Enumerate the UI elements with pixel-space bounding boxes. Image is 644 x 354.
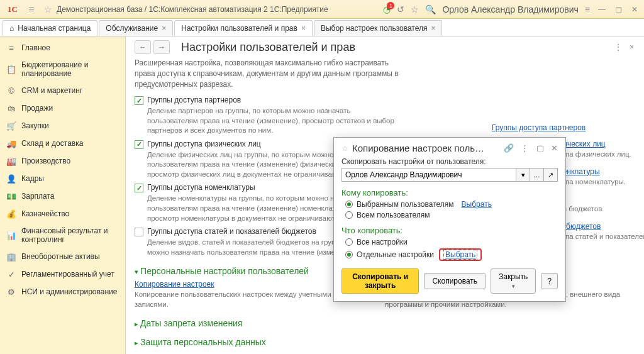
copy-close-button[interactable]: Скопировать и закрыть (341, 268, 419, 294)
search-icon[interactable]: 🔍 (425, 4, 436, 14)
section-dates[interactable]: Даты запрета изменения (135, 318, 635, 328)
close-icon[interactable]: × (162, 24, 166, 33)
sidebar-label: Склад и доставка (21, 139, 83, 148)
tab-label: Обслуживание (106, 24, 158, 33)
favorite-icon[interactable]: ☆ (411, 4, 419, 14)
checkbox[interactable]: ✓ (135, 184, 143, 192)
tab-label: Выбор настроек пользователя (321, 24, 428, 33)
more-icon[interactable]: ⋮ (521, 143, 529, 153)
sidebar-label: Кадры (21, 174, 44, 183)
row-label: Группы доступа партнеров (147, 96, 241, 104)
sidebar-item-3[interactable]: 🛍Продажи (0, 99, 125, 117)
select-users-link[interactable]: Выбрать (462, 200, 492, 209)
star-icon[interactable]: ☆ (341, 144, 348, 153)
sidebar-icon: 🛒 (6, 121, 16, 131)
checkbox[interactable]: ✓ (135, 228, 143, 236)
window-title: Демонстрационная база / 1С:Комплексная а… (54, 5, 383, 14)
sidebar-icon: 📋 (6, 64, 16, 74)
radio-selected-settings[interactable] (345, 251, 353, 258)
close-icon[interactable]: ✕ (629, 5, 640, 14)
radio-selected-users[interactable] (345, 201, 353, 208)
radio-all-settings[interactable] (345, 238, 353, 246)
radio-label: Все настройки (357, 238, 408, 246)
sidebar-item-12[interactable]: ✓Регламентированный учет (0, 265, 125, 283)
sidebar-icon: 💵 (6, 191, 16, 201)
dialog-title: Копирование настроек поль… (352, 143, 495, 153)
copy-settings-dialog: ☆ Копирование настроек поль… 🔗 ⋮ ▢ ✕ Ско… (333, 137, 566, 302)
more-icon[interactable]: ⋮ (614, 43, 622, 52)
tab-select-settings[interactable]: Выбор настроек пользователя × (314, 20, 443, 36)
sidebar-item-7[interactable]: 👤Кадры (0, 170, 125, 187)
content-area: ← → Настройки пользователей и прав ⋮ × Р… (126, 36, 644, 354)
maximize-icon[interactable]: ▢ (536, 143, 544, 153)
sidebar-icon: 🛍 (6, 103, 16, 113)
select-settings-link[interactable]: Выбрать (443, 250, 477, 260)
close-icon[interactable]: ✕ (551, 143, 558, 153)
titlebar-actions: ◔ ↺ ☆ 🔍 Орлов Александр Владимирович ≡ (383, 4, 590, 14)
row-desc: Деление партнеров на группы, по которым … (147, 106, 399, 136)
menu-icon[interactable]: ≡ (24, 4, 39, 15)
sidebar-item-9[interactable]: 💰Казначейство (0, 205, 125, 223)
forward-button[interactable]: → (153, 40, 170, 54)
sidebar-item-8[interactable]: 💵Зарплата (0, 187, 125, 205)
back-button[interactable]: ← (135, 40, 151, 54)
tab-home[interactable]: ⌂ Начальная страница (3, 20, 97, 36)
row-label: Группы доступа номенклатуры (147, 183, 255, 192)
copy-button[interactable]: Скопировать (424, 273, 486, 289)
page-intro: Расширенная настройка, позволяющая макси… (135, 58, 399, 89)
history-icon[interactable]: ↺ (397, 4, 404, 14)
close-page-icon[interactable]: × (630, 43, 634, 52)
dropdown-button[interactable]: ▾ (516, 168, 530, 182)
star-icon[interactable]: ☆ (42, 4, 54, 14)
right-link[interactable]: Группы доступа партнеров (492, 123, 586, 132)
sidebar-item-1[interactable]: 📋Бюджетирование и планирование (0, 57, 125, 82)
tab-label: Настройки пользователей и прав (181, 24, 297, 33)
sidebar-icon: 📊 (6, 230, 16, 240)
radio-all-users[interactable] (345, 211, 353, 219)
tab-label: Начальная страница (18, 24, 91, 33)
sidebar-item-0[interactable]: ≡Главное (0, 39, 125, 57)
sidebar-item-5[interactable]: 🚚Склад и доставка (0, 135, 125, 152)
bell-icon[interactable]: ◔ (383, 4, 391, 14)
sidebar-label: Главное (21, 43, 50, 52)
close-icon[interactable]: × (301, 24, 306, 33)
select-settings-highlight: Выбрать (439, 248, 482, 261)
maximize-icon[interactable]: ▢ (613, 5, 624, 14)
page-actions: ⋮ × (614, 43, 634, 52)
titlebar: 1С ≡ ☆ Демонстрационная база / 1С:Компле… (0, 0, 644, 19)
minimize-icon[interactable]: — (596, 5, 608, 14)
sidebar-item-11[interactable]: 🏢Внеоборотные активы (0, 248, 125, 265)
sidebar: ≡Главное📋Бюджетирование и планирование©C… (0, 36, 126, 354)
checkbox[interactable]: ✓ (135, 96, 143, 105)
sidebar-item-4[interactable]: 🛒Закупки (0, 117, 125, 135)
sidebar-icon: ⚙ (6, 287, 16, 297)
checkbox[interactable]: ✓ (135, 140, 143, 149)
radio-label: Всем пользователям (357, 211, 430, 219)
sidebar-item-2[interactable]: ©CRM и маркетинг (0, 82, 125, 99)
from-user-input[interactable] (341, 168, 516, 182)
sidebar-item-13[interactable]: ⚙НСИ и администрирование (0, 283, 125, 301)
tab-service[interactable]: Обслуживание × (99, 20, 173, 36)
sidebar-item-10[interactable]: 📊Финансовый результат и контроллинг (0, 223, 125, 248)
radio-label: Выбранным пользователям (357, 200, 454, 209)
ellipsis-button[interactable]: … (530, 168, 544, 182)
link-icon[interactable]: 🔗 (504, 143, 514, 153)
sidebar-icon: ≡ (6, 43, 16, 53)
sidebar-icon: 🚚 (6, 138, 16, 148)
close-icon[interactable]: × (431, 24, 435, 33)
page-toolbar: ← → Настройки пользователей и прав (135, 40, 635, 54)
tab-user-settings[interactable]: Настройки пользователей и прав × (174, 20, 313, 36)
copy-settings-link[interactable]: Копирование настроек (135, 280, 214, 289)
current-user[interactable]: Орлов Александр Владимирович (442, 4, 578, 14)
open-button[interactable]: ↗ (544, 168, 558, 182)
row-label: Группы доступа физических лиц (147, 140, 261, 148)
sidebar-label: Финансовый результат и контроллинг (21, 226, 119, 244)
tabbar: ⌂ Начальная страница Обслуживание × Наст… (0, 19, 644, 36)
sidebar-label: Бюджетирование и планирование (21, 60, 119, 78)
help-button[interactable]: ? (541, 273, 558, 289)
sidebar-item-6[interactable]: 🏭Производство (0, 152, 125, 170)
user-menu-icon[interactable]: ≡ (585, 4, 590, 14)
sidebar-label: Производство (21, 157, 70, 165)
close-button[interactable]: Закрыть (491, 268, 536, 294)
section-protect[interactable]: Защита персональных данных (135, 337, 635, 347)
